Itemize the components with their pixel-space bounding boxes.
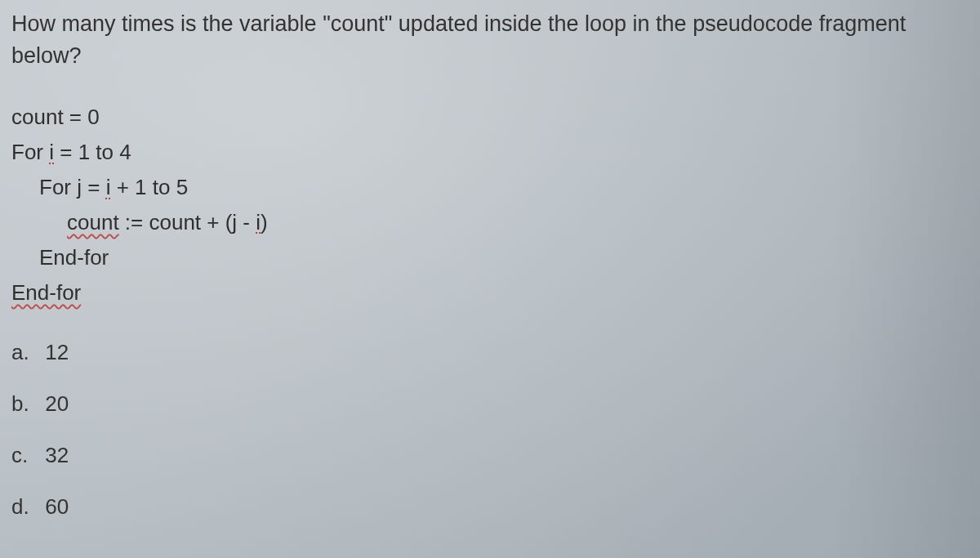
code-line-5: End-for bbox=[11, 240, 969, 275]
code-line-3: For j = i + 1 to 5 bbox=[11, 170, 969, 205]
quiz-page: How many times is the variable "count" u… bbox=[0, 0, 980, 521]
code-line-6: End-for bbox=[11, 275, 969, 310]
option-label: a. bbox=[11, 338, 39, 367]
code-text: count bbox=[11, 105, 64, 129]
code-text: = 1 to 4 bbox=[54, 140, 131, 164]
code-var-count: count bbox=[67, 210, 119, 234]
code-text: For bbox=[11, 140, 49, 164]
option-d[interactable]: d. 60 bbox=[11, 493, 969, 521]
code-line-2: For i = 1 to 4 bbox=[11, 135, 969, 170]
option-value: 20 bbox=[45, 391, 69, 416]
option-a[interactable]: a. 12 bbox=[11, 338, 969, 367]
code-text: + 1 to 5 bbox=[110, 175, 188, 199]
code-text: End-for bbox=[11, 280, 81, 305]
option-b[interactable]: b. 20 bbox=[11, 390, 969, 418]
option-value: 12 bbox=[45, 340, 69, 364]
code-line-4: count := count + (j - i) bbox=[11, 205, 969, 240]
code-text: = 0 bbox=[64, 105, 100, 129]
option-value: 32 bbox=[45, 443, 69, 467]
code-text: := count + (j - bbox=[119, 210, 256, 234]
option-label: c. bbox=[11, 441, 39, 470]
code-text: End-for bbox=[39, 245, 109, 270]
option-label: b. bbox=[11, 390, 39, 418]
option-label: d. bbox=[11, 493, 39, 521]
question-text: How many times is the variable "count" u… bbox=[11, 8, 969, 72]
code-line-1: count = 0 bbox=[11, 100, 969, 135]
option-value: 60 bbox=[45, 494, 69, 519]
answer-options: a. 12 b. 20 c. 32 d. 60 bbox=[11, 338, 969, 521]
pseudocode-block: count = 0 For i = 1 to 4 For j = i + 1 t… bbox=[11, 100, 969, 310]
option-c[interactable]: c. 32 bbox=[11, 441, 969, 470]
code-text: ) bbox=[261, 210, 268, 234]
code-text: For j = bbox=[39, 175, 106, 199]
